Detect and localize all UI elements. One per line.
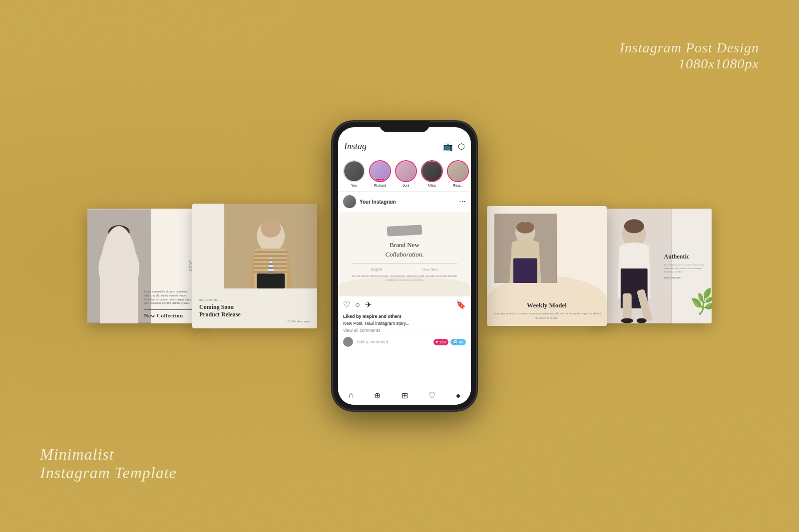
story-you[interactable]: You bbox=[343, 160, 365, 187]
ig-post-actions: ♡ ○ ✈ 🔖 bbox=[338, 296, 471, 313]
authentic-card: 🌿 Authentic Lorem ipsum dolor sit amet, … bbox=[597, 209, 712, 323]
story-name-rica: Rica... bbox=[453, 184, 463, 187]
ig-post-size-label: 1080x1080px bbox=[620, 56, 759, 72]
svg-point-4 bbox=[107, 263, 118, 274]
ig-add-comment: Add a comment... ♥ 169 💬 48 bbox=[338, 334, 471, 349]
likes-badge: ♥ 169 bbox=[433, 339, 448, 345]
ig-header-icons: 📺 ⬡ bbox=[443, 142, 465, 151]
card3-person bbox=[494, 214, 557, 283]
card4-title: Authentic bbox=[664, 253, 690, 261]
ig-logo: Instag bbox=[344, 141, 367, 152]
new-collection-card: 2020 Lorem ipsum dolor sit amet, consect… bbox=[87, 209, 202, 323]
story-avatar-milos bbox=[421, 160, 443, 182]
svg-point-24 bbox=[624, 219, 644, 233]
svg-rect-16 bbox=[257, 273, 285, 288]
story-richard[interactable]: LIVE Richard bbox=[369, 160, 391, 187]
svg-point-2 bbox=[108, 227, 130, 252]
search-nav-icon[interactable]: ⊕ bbox=[374, 391, 381, 400]
card1-divider bbox=[144, 309, 198, 310]
svg-point-29 bbox=[637, 318, 647, 323]
comment-input[interactable]: Add a comment... bbox=[357, 339, 430, 344]
svg-point-28 bbox=[621, 318, 633, 323]
story-avatar-joni bbox=[395, 160, 417, 182]
story-avatar-rica bbox=[447, 160, 469, 182]
svg-point-8 bbox=[261, 220, 281, 238]
post-card-inner: Brand New Collaboration. august Clara Ni… bbox=[338, 212, 471, 296]
story-joni[interactable]: Joni bbox=[395, 160, 417, 187]
card4-lorem: Lorem ipsum dolor sit amet, consectetur … bbox=[664, 263, 708, 273]
bottom-left-label: Minimalist Instagram Template bbox=[40, 445, 177, 482]
live-badge: LIVE bbox=[376, 179, 384, 182]
ig-caption: New Post. Haul instagram story... bbox=[338, 320, 471, 327]
profile-nav-icon[interactable]: ● bbox=[456, 391, 461, 400]
bookmark-icon[interactable]: 🔖 bbox=[456, 300, 466, 309]
card2-content: new style and... Coming SoonProduct Rele… bbox=[192, 293, 317, 328]
instagram-template-label: Instagram Template bbox=[40, 464, 177, 482]
card2-subtitle: new style and... bbox=[199, 298, 310, 302]
card4-website: yourstore.com bbox=[664, 276, 682, 279]
ig-post-design-label: Instagram Post Design bbox=[620, 40, 759, 56]
post-avatar bbox=[343, 195, 356, 208]
phone-body: Instag 📺 ⬡ You bbox=[332, 121, 477, 411]
card2-title: Coming SoonProduct Release bbox=[199, 303, 310, 318]
comments-badge: 💬 48 bbox=[450, 339, 466, 345]
ig-comments[interactable]: View all comments bbox=[338, 327, 471, 334]
story-name-milos: Milos bbox=[428, 184, 436, 187]
top-right-label: Instagram Post Design 1080x1080px bbox=[620, 40, 759, 72]
phone-notch bbox=[380, 121, 429, 132]
card2-year: -2020- shop now bbox=[199, 319, 310, 323]
heart-nav-icon[interactable]: ♡ bbox=[428, 391, 435, 400]
tv-icon[interactable]: 📺 bbox=[443, 142, 453, 151]
post-card-divider bbox=[352, 263, 458, 264]
filter-icon[interactable]: ⬡ bbox=[458, 142, 465, 151]
add-nav-icon[interactable]: ⊞ bbox=[401, 391, 408, 400]
card1-title: New Collection bbox=[144, 312, 198, 318]
post-wave bbox=[338, 276, 471, 296]
story-milos[interactable]: Milos bbox=[421, 160, 443, 187]
post-card-names: august Clara Nina bbox=[352, 267, 458, 271]
brush-stroke bbox=[387, 225, 422, 237]
post-username: Your Instagram bbox=[360, 199, 455, 205]
card1-lorem: Lorem ipsum dolor sit amet, consectetur … bbox=[144, 290, 198, 305]
card3-content: Weekly Model Lorem ipsum dolor sit amet,… bbox=[487, 301, 607, 320]
story-avatar-you bbox=[343, 160, 365, 182]
weekly-model-card: Weekly Model Lorem ipsum dolor sit amet,… bbox=[487, 206, 607, 326]
like-icon[interactable]: ♡ bbox=[343, 300, 350, 309]
story-name-richard: Richard bbox=[374, 184, 386, 187]
svg-point-5 bbox=[107, 262, 115, 270]
comment-badges: ♥ 169 💬 48 bbox=[433, 339, 466, 345]
post-more-icon[interactable]: ⋯ bbox=[459, 198, 466, 206]
card3-lorem: Lorem ipsum dolor sit amet, consectetur … bbox=[492, 311, 602, 320]
card3-title: Weekly Model bbox=[492, 301, 602, 309]
story-rica[interactable]: Rica... bbox=[447, 160, 469, 187]
card3-photo bbox=[494, 214, 557, 283]
share-icon[interactable]: ✈ bbox=[365, 300, 372, 309]
ig-post-image: Brand New Collaboration. august Clara Ni… bbox=[338, 212, 471, 296]
minimalist-label: Minimalist bbox=[40, 445, 177, 464]
ig-post-header: Your Instagram ⋯ bbox=[338, 192, 471, 212]
card2-person bbox=[224, 204, 318, 288]
svg-point-1 bbox=[98, 242, 139, 295]
card2-photo bbox=[224, 204, 318, 288]
ig-likes: Liked by Inspire and others bbox=[338, 313, 471, 320]
ig-bottom-nav: ⌂ ⊕ ⊞ ♡ ● bbox=[338, 386, 471, 405]
comment-avatar bbox=[343, 337, 353, 347]
phone-screen: Instag 📺 ⬡ You bbox=[338, 127, 471, 405]
phone-mockup: Instag 📺 ⬡ You bbox=[332, 121, 477, 411]
card4-content: Authentic Lorem ipsum dolor sit amet, co… bbox=[660, 209, 712, 323]
cards-container: 2020 Lorem ipsum dolor sit amet, consect… bbox=[0, 121, 799, 411]
coming-soon-card: new style and look... new style and... C… bbox=[192, 204, 317, 328]
post-card-title: Brand New Collaboration. bbox=[386, 241, 424, 259]
svg-point-3 bbox=[108, 225, 130, 239]
ig-stories: You LIVE Richard bbox=[338, 156, 471, 192]
story-name-you: You bbox=[351, 184, 357, 187]
home-nav-icon[interactable]: ⌂ bbox=[349, 390, 354, 401]
story-name-joni: Joni bbox=[403, 184, 409, 187]
svg-rect-20 bbox=[513, 258, 537, 283]
svg-point-19 bbox=[516, 222, 534, 234]
instagram-ui: Instag 📺 ⬡ You bbox=[338, 127, 471, 405]
comment-icon[interactable]: ○ bbox=[355, 300, 360, 309]
story-avatar-richard: LIVE bbox=[369, 160, 391, 182]
